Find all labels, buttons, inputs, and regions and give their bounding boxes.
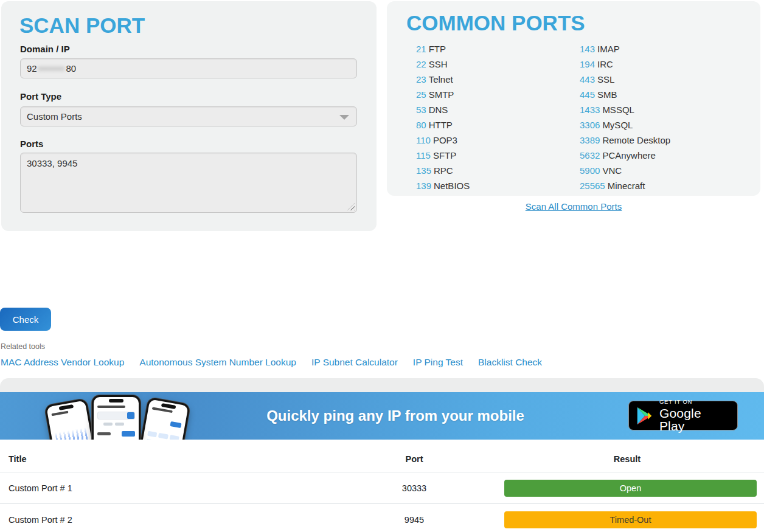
domain-ip-value-masked: ••••••• — [38, 63, 65, 74]
scan-results-table: Title Port Result Custom Port # 1 30333 … — [0, 448, 764, 532]
link-ip-ping-test[interactable]: IP Ping Test — [413, 357, 463, 368]
port-link-mssql[interactable]: 1433MSSQL — [580, 102, 670, 117]
ports-textarea[interactable]: 30333, 9945 — [20, 153, 357, 213]
table-row: Custom Port # 2 9945 Timed-Out — [0, 504, 764, 532]
check-button[interactable]: Check — [0, 308, 51, 331]
related-tools-links: MAC Address Vendor Lookup Autonomous Sys… — [1, 357, 542, 368]
port-link-sftp[interactable]: 115SFTP — [416, 148, 470, 163]
port-link-rpc[interactable]: 135RPC — [416, 163, 470, 178]
common-ports-panel: COMMON PORTS 21FTP 22SSH 23Telnet 25SMTP… — [387, 1, 760, 196]
port-link-pcanywhere[interactable]: 5632PCAnywhere — [580, 148, 670, 163]
resize-handle-icon[interactable] — [347, 203, 355, 210]
port-link-mysql[interactable]: 3306MySQL — [580, 117, 670, 133]
port-type-select[interactable]: Custom Ports — [20, 106, 357, 126]
port-link-smb[interactable]: 445SMB — [580, 87, 670, 102]
link-blacklist-check[interactable]: Blacklist Check — [478, 357, 542, 368]
phones-mockup-image — [52, 395, 186, 440]
port-scan-page: SCAN PORT Domain / IP 92•••••••80 Port T… — [0, 0, 764, 532]
google-play-get-it-on-text: GET IT ON — [659, 399, 730, 405]
row-port: 30333 — [338, 483, 490, 493]
common-ports-title: COMMON PORTS — [406, 11, 585, 35]
link-ip-subnet-calculator[interactable]: IP Subnet Calculator — [311, 357, 398, 368]
results-header-row: Title Port Result — [0, 448, 764, 472]
port-link-imap[interactable]: 143IMAP — [580, 41, 670, 57]
related-tools-label: Related tools — [1, 342, 45, 351]
status-badge-timed-out: Timed-Out — [504, 511, 757, 528]
google-play-badge[interactable]: GET IT ON Google Play — [628, 401, 738, 430]
scan-all-common-ports-link[interactable]: Scan All Common Ports — [526, 201, 622, 212]
table-row: Custom Port # 1 30333 Open — [0, 472, 764, 504]
row-title: Custom Port # 2 — [0, 515, 338, 525]
port-type-label: Port Type — [20, 91, 61, 102]
port-link-minecraft[interactable]: 25565Minecraft — [580, 178, 670, 193]
status-badge-open: Open — [504, 480, 757, 497]
phone-center-image — [92, 395, 141, 440]
common-ports-column-1: 21FTP 22SSH 23Telnet 25SMTP 53DNS 80HTTP… — [416, 41, 470, 193]
chevron-down-icon — [339, 115, 349, 120]
domain-ip-value-prefix: 92 — [27, 63, 37, 74]
port-link-ftp[interactable]: 21FTP — [416, 41, 470, 57]
port-link-pop3[interactable]: 110POP3 — [416, 133, 470, 148]
header-title: Title — [0, 454, 338, 464]
ports-value: 30333, 9945 — [27, 158, 77, 168]
port-link-irc[interactable]: 194IRC — [580, 57, 670, 72]
port-link-netbios[interactable]: 139NetBIOS — [416, 178, 470, 193]
port-link-http[interactable]: 80HTTP — [416, 117, 470, 133]
domain-ip-value-suffix: 80 — [66, 63, 76, 74]
port-link-ssl[interactable]: 443SSL — [580, 72, 670, 87]
scan-port-title: SCAN PORT — [19, 13, 145, 38]
port-type-selected-value: Custom Ports — [27, 111, 82, 122]
row-port: 9945 — [338, 515, 490, 525]
section-divider-strip — [0, 378, 764, 392]
domain-ip-label: Domain / IP — [20, 44, 70, 54]
port-link-dns[interactable]: 53DNS — [416, 102, 470, 117]
scan-port-panel: SCAN PORT Domain / IP 92•••••••80 Port T… — [1, 1, 377, 231]
header-port: Port — [338, 454, 490, 464]
header-result: Result — [490, 454, 764, 464]
port-link-remote-desktop[interactable]: 3389Remote Desktop — [580, 133, 670, 148]
port-link-smtp[interactable]: 25SMTP — [416, 87, 470, 102]
google-play-icon — [636, 407, 653, 425]
phone-right-image — [133, 397, 190, 440]
google-play-text: Google Play — [659, 407, 730, 432]
banner-headline: Quickly ping any IP from your mobile — [266, 407, 524, 424]
link-asn-lookup[interactable]: Autonomous System Number Lookup — [139, 357, 296, 368]
row-title: Custom Port # 1 — [0, 483, 338, 493]
common-ports-column-2: 143IMAP 194IRC 443SSL 445SMB 1433MSSQL 3… — [580, 41, 670, 193]
port-link-telnet[interactable]: 23Telnet — [416, 72, 470, 87]
link-mac-address-vendor-lookup[interactable]: MAC Address Vendor Lookup — [1, 357, 124, 368]
port-link-vnc[interactable]: 5900VNC — [580, 163, 670, 178]
domain-ip-input[interactable]: 92•••••••80 — [20, 58, 357, 78]
ports-label: Ports — [20, 139, 43, 149]
port-link-ssh[interactable]: 22SSH — [416, 57, 470, 72]
mobile-app-banner: Quickly ping any IP from your mobile GET… — [0, 392, 764, 440]
